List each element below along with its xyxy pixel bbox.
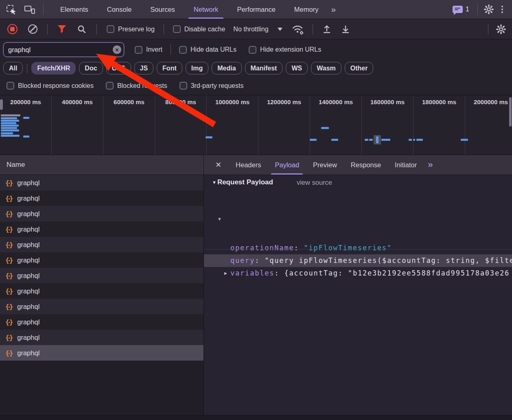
hide-data-urls-label[interactable]: Hide data URLs	[190, 46, 236, 53]
disable-cache-label[interactable]: Disable cache	[184, 26, 225, 33]
request-row[interactable]: {}graphql	[0, 345, 203, 361]
blocked-requests-checkbox[interactable]	[106, 82, 114, 90]
timeline-overview[interactable]: 200000 ms400000 ms600000 ms800000 ms1000…	[0, 95, 512, 155]
tab-console[interactable]: Console	[98, 0, 141, 19]
blocked-response-cookies-label[interactable]: Blocked response cookies	[18, 82, 94, 90]
more-tabs-icon[interactable]: »	[328, 4, 338, 14]
json-braces-dot	[9, 229, 10, 230]
request-payload-section: ▼ Request Payload view source	[204, 175, 512, 189]
tab-network[interactable]: Network	[184, 0, 228, 19]
request-row[interactable]: {}graphql	[0, 206, 203, 221]
filter-chip-font[interactable]: Font	[157, 62, 182, 74]
invert-checkbox[interactable]	[135, 46, 142, 54]
request-row[interactable]: {}graphql	[0, 237, 203, 252]
devtools-tabbar: ElementsConsoleSourcesNetworkPerformance…	[0, 0, 512, 19]
network-settings-icon[interactable]	[496, 24, 506, 35]
details-tab-initiator[interactable]: Initiator	[388, 155, 424, 175]
filter-chip-media[interactable]: Media	[212, 62, 241, 74]
timeline-bar	[381, 139, 390, 141]
filter-chip-js[interactable]: JS	[134, 62, 154, 74]
divider	[96, 24, 97, 35]
view-source-link[interactable]: view source	[297, 179, 332, 186]
timeline-scroll-handle-left[interactable]	[0, 99, 3, 110]
network-filter-input[interactable]	[3, 42, 124, 57]
filter-chip-wasm[interactable]: Wasm	[311, 62, 341, 74]
blocked-response-cookies-checkbox[interactable]	[7, 82, 14, 90]
hide-extension-urls-label[interactable]: Hide extension URLs	[260, 46, 321, 53]
filter-chip-css[interactable]: CSS	[106, 62, 131, 74]
details-tab-response[interactable]: Response	[344, 155, 388, 175]
devtools-settings-icon[interactable]	[484, 4, 494, 15]
more-options-icon[interactable]	[497, 4, 507, 15]
details-tab-preview[interactable]: Preview	[306, 155, 344, 175]
throttling-select[interactable]: No throttling	[233, 26, 282, 33]
import-har-icon[interactable]	[322, 24, 332, 34]
details-tab-headers[interactable]: Headers	[229, 155, 268, 175]
request-row[interactable]: {}graphql	[0, 252, 203, 268]
request-name: graphql	[17, 225, 39, 233]
name-column-header[interactable]: Name	[0, 155, 203, 175]
inspect-cursor-icon	[11, 9, 16, 15]
request-name: graphql	[17, 195, 39, 202]
details-more-tabs-icon[interactable]: »	[424, 160, 436, 170]
details-tab-payload[interactable]: Payload	[268, 155, 306, 175]
timeline-bar	[1, 122, 16, 124]
filter-chip-all[interactable]: All	[3, 62, 23, 74]
payload-root-row[interactable]: ▼{operationName: "ipFlowTimeseries", var…	[204, 213, 512, 225]
inspect-element-icon[interactable]	[7, 5, 15, 14]
request-row[interactable]: {}graphql	[0, 190, 203, 206]
filter-chip-img[interactable]: Img	[186, 62, 208, 74]
hide-extension-urls-checkbox[interactable]	[249, 46, 256, 54]
network-toolbar: Preserve log Disable cache No throttling	[0, 19, 512, 39]
request-row[interactable]: {}graphql	[0, 283, 203, 299]
filter-chip-fetch-xhr[interactable]: Fetch/XHR	[31, 62, 76, 74]
device-toolbar-icon[interactable]	[24, 5, 35, 14]
timeline-tick: 1600000 ms	[362, 95, 414, 155]
disable-cache-checkbox[interactable]	[173, 25, 181, 33]
3rd-party-requests-label[interactable]: 3rd-party requests	[191, 82, 244, 90]
collapsed-triangle-icon[interactable]: ▶	[224, 267, 227, 280]
clear-filter-icon[interactable]: ✕	[113, 46, 121, 54]
expanded-triangle-icon[interactable]: ▼	[218, 213, 221, 225]
timeline-bar	[1, 114, 20, 116]
network-conditions-icon[interactable]	[291, 24, 304, 35]
filter-icon[interactable]	[57, 25, 66, 33]
issues-icon[interactable]	[453, 6, 463, 13]
clear-network-log-icon[interactable]	[28, 24, 37, 34]
preserve-log-label[interactable]: Preserve log	[118, 26, 155, 33]
filter-chip-doc[interactable]: Doc	[79, 62, 103, 74]
close-icon[interactable]: ✕	[211, 159, 225, 171]
record-network-log-icon[interactable]	[7, 24, 18, 34]
tab-memory[interactable]: Memory	[285, 0, 328, 19]
payload-row-query[interactable]: query: "query ipFlowTimeseries($accountT…	[204, 254, 512, 267]
3rd-party-requests-checkbox[interactable]	[179, 82, 187, 90]
invert-label[interactable]: Invert	[146, 46, 162, 53]
request-row[interactable]: {}graphql	[0, 268, 203, 283]
json-braces-dot	[9, 214, 10, 215]
request-row[interactable]: {}graphql	[0, 299, 203, 314]
tab-performance[interactable]: Performance	[228, 0, 284, 19]
filter-chip-other[interactable]: Other	[345, 62, 374, 74]
payload-colon: :	[255, 256, 265, 265]
search-icon[interactable]	[77, 24, 87, 34]
hide-data-urls-checkbox[interactable]	[179, 46, 187, 54]
json-braces-dot	[9, 183, 10, 184]
timeline-scroll-handle-right[interactable]	[509, 97, 512, 127]
section-collapse-triangle-icon[interactable]: ▼	[212, 180, 217, 185]
tab-elements[interactable]: Elements	[51, 0, 98, 19]
payload-row-variables[interactable]: ▶variables: {accountTag: "b12e3b2192ee55…	[204, 267, 512, 280]
request-row[interactable]: {}graphql	[0, 221, 203, 237]
filter-chip-ws[interactable]: WS	[286, 62, 308, 74]
request-row[interactable]: {}graphql	[0, 314, 203, 330]
export-har-icon[interactable]	[341, 24, 350, 34]
blocked-requests-label[interactable]: Blocked requests	[117, 82, 167, 90]
request-row[interactable]: {}graphql	[0, 330, 203, 345]
request-row[interactable]: {}graphql	[0, 175, 203, 190]
filter-chip-manifest[interactable]: Manifest	[245, 62, 283, 74]
json-braces-icon: {}	[5, 225, 13, 233]
preserve-log-checkbox[interactable]	[107, 25, 114, 33]
divider	[313, 24, 313, 35]
issues-count: 1	[466, 6, 469, 13]
tab-sources[interactable]: Sources	[141, 0, 184, 19]
payload-row-operationname[interactable]: operationName: "ipFlowTimeseries"	[204, 242, 512, 254]
